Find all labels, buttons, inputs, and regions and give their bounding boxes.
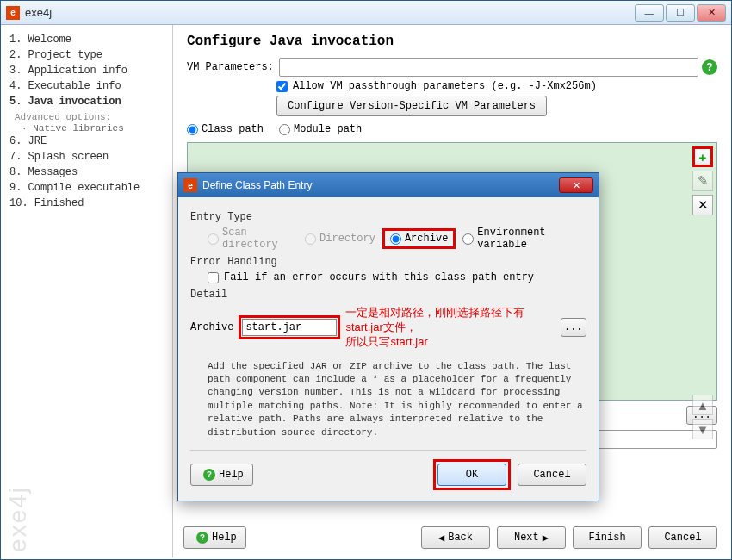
classpath-radio[interactable]: Class path bbox=[187, 123, 264, 135]
move-down-button[interactable]: ▼ bbox=[692, 419, 713, 439]
help-icon[interactable]: ? bbox=[702, 59, 717, 75]
archive-radio[interactable]: Archive bbox=[390, 233, 448, 245]
config-version-params-button[interactable]: Configure Version-Specific VM Parameters bbox=[276, 96, 547, 116]
archive-input[interactable] bbox=[242, 319, 337, 336]
allow-passthrough-checkbox[interactable] bbox=[276, 81, 288, 92]
watermark: exe4j bbox=[4, 486, 32, 552]
edit-entry-button[interactable]: ✎ bbox=[692, 171, 713, 191]
scan-dir-radio[interactable]: Scan directory bbox=[208, 227, 298, 251]
substep-native-libs[interactable]: · Native libraries bbox=[9, 123, 164, 134]
app-icon: e bbox=[6, 6, 20, 20]
entry-type-label: Entry Type bbox=[190, 211, 586, 223]
sidebar: 1. Welcome 2. Project type 3. Applicatio… bbox=[1, 25, 173, 557]
cancel-button[interactable]: Cancel bbox=[648, 526, 717, 549]
classpath-entry-dialog: e Define Class Path Entry ✕ Entry Type S… bbox=[177, 172, 599, 501]
fail-on-error-label: Fail if an error occurs with this class … bbox=[224, 271, 534, 283]
directory-radio[interactable]: Directory bbox=[305, 233, 375, 245]
move-up-button[interactable]: ▲ bbox=[692, 395, 713, 415]
add-entry-button[interactable]: + bbox=[692, 146, 713, 167]
archive-browse-button[interactable]: ... bbox=[561, 318, 586, 337]
dialog-titlebar: e Define Class Path Entry ✕ bbox=[178, 173, 599, 197]
archive-description: Add the specified JAR or ZIP archive to … bbox=[190, 355, 586, 443]
page-heading: Configure Java invocation bbox=[187, 34, 717, 49]
archive-field-label: Archive bbox=[190, 321, 233, 333]
step-project-type[interactable]: 2. Project type bbox=[9, 47, 164, 63]
titlebar: e exe4j — ☐ ✕ bbox=[1, 1, 731, 25]
vm-params-label: VM Parameters: bbox=[187, 61, 274, 73]
step-java-invocation[interactable]: 5. Java invocation bbox=[9, 94, 164, 109]
advanced-options-label: Advanced options: bbox=[9, 109, 164, 123]
dialog-cancel-button[interactable]: Cancel bbox=[518, 464, 586, 486]
dialog-icon: e bbox=[183, 178, 197, 192]
detail-label: Detail bbox=[190, 289, 586, 301]
env-var-radio[interactable]: Environment variable bbox=[462, 227, 586, 251]
close-button[interactable]: ✕ bbox=[697, 4, 726, 22]
next-button[interactable]: Next ▶ bbox=[497, 526, 566, 549]
allow-passthrough-label: Allow VM passthrough parameters (e.g. -J… bbox=[293, 80, 597, 92]
dialog-title: Define Class Path Entry bbox=[202, 179, 559, 191]
step-app-info[interactable]: 3. Application info bbox=[9, 63, 164, 78]
footer-help-button[interactable]: ?Help bbox=[183, 526, 246, 549]
dialog-help-button[interactable]: ?Help bbox=[190, 464, 253, 486]
step-exec-info[interactable]: 4. Executable info bbox=[9, 78, 164, 94]
step-jre[interactable]: 6. JRE bbox=[9, 134, 164, 149]
step-finished[interactable]: 10. Finished bbox=[9, 196, 164, 211]
remove-entry-button[interactable]: ✕ bbox=[692, 195, 713, 215]
step-welcome[interactable]: 1. Welcome bbox=[9, 32, 164, 47]
minimize-button[interactable]: — bbox=[635, 4, 664, 22]
step-messages[interactable]: 8. Messages bbox=[9, 165, 164, 180]
dialog-close-button[interactable]: ✕ bbox=[559, 177, 593, 193]
fail-on-error-checkbox[interactable] bbox=[208, 272, 219, 283]
window-title: exe4j bbox=[25, 6, 635, 19]
maximize-button[interactable]: ☐ bbox=[666, 4, 695, 22]
wizard-footer: ?Help ◀ Back Next ▶ Finish Cancel bbox=[183, 526, 717, 549]
annotation-text: 一定是相对路径，刚刚选择路径下有start.jar文件， 所以只写start.j… bbox=[345, 306, 555, 350]
step-compile[interactable]: 9. Compile executable bbox=[9, 180, 164, 196]
finish-button[interactable]: Finish bbox=[573, 526, 642, 549]
vm-params-input[interactable] bbox=[279, 58, 698, 77]
error-handling-label: Error Handling bbox=[190, 256, 586, 268]
modulepath-radio[interactable]: Module path bbox=[279, 123, 362, 135]
back-button[interactable]: ◀ Back bbox=[421, 526, 490, 549]
step-splash[interactable]: 7. Splash screen bbox=[9, 149, 164, 165]
dialog-ok-button[interactable]: OK bbox=[437, 464, 506, 486]
